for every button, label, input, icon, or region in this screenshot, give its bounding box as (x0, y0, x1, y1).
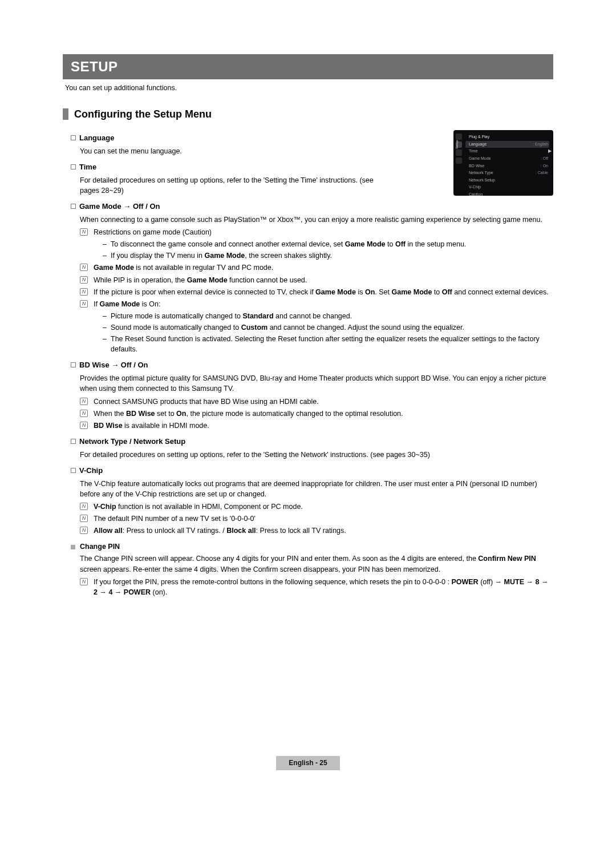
section-title: Configuring the Setup Menu (74, 107, 212, 122)
note-icon: N (80, 288, 88, 296)
page-banner: SETUP (63, 54, 553, 79)
square-bullet-icon (71, 545, 75, 549)
note-game-not-available: NGame Mode is not available in regular T… (80, 262, 553, 273)
checkbox-icon (71, 439, 76, 444)
item-bdwise-title: BD Wise → Off / On (71, 360, 553, 371)
osd-row-language: Language: English (465, 141, 549, 148)
note-bdwise-on: NWhen the BD Wise set to On, the picture… (80, 409, 553, 419)
checkbox-icon (71, 362, 76, 367)
note-vchip-not-available: NV-Chip function is not available in HDM… (80, 502, 553, 512)
note-vchip-allow-block: NAllow all: Press to unlock all TV ratin… (80, 525, 553, 536)
note-bdwise-connect: NConnect SAMSUNG products that have BD W… (80, 397, 553, 407)
item-vchip-title: V-Chip (71, 466, 553, 476)
note-icon: N (80, 422, 88, 429)
checkbox-icon (71, 135, 76, 140)
osd-row-plugplay: Plug & Play (469, 134, 489, 140)
dash-game-picture-standard: –Picture mode is automatically changed t… (103, 311, 553, 321)
sub-changepin-title: Change PIN (71, 541, 553, 552)
note-icon: N (80, 300, 88, 308)
note-icon: N (80, 503, 88, 510)
note-changepin-forget: NIf you forget the PIN, press the remote… (80, 577, 553, 597)
osd-side-label: Setup (455, 135, 460, 149)
item-game-body: When connecting to a game console such a… (80, 215, 553, 225)
item-time-body: For detailed procedures on setting up op… (80, 175, 388, 196)
item-vchip-body: The V-Chip feature automatically locks o… (80, 479, 553, 499)
osd-row-networksetup: Network Setup (465, 177, 549, 184)
note-icon: N (80, 264, 88, 271)
note-icon: N (80, 410, 88, 417)
item-network-body: For detailed procedures on setting up op… (80, 450, 553, 460)
note-icon: N (80, 578, 88, 585)
chevron-right-icon: ▶ (548, 148, 552, 155)
note-icon: N (80, 228, 88, 236)
item-game-title: Game Mode → Off / On (71, 201, 553, 212)
dash-game-reset-sound: –The Reset Sound function is activated. … (103, 334, 553, 354)
note-game-if-on: NIf Game Mode is On: (80, 299, 553, 309)
osd-row-time: Time (465, 148, 549, 155)
note-game-restrictions: NRestrictions on game mode (Caution) (80, 227, 553, 237)
note-icon: N (80, 527, 88, 534)
note-vchip-default-pin: NThe default PIN number of a new TV set … (80, 514, 553, 524)
note-icon: N (80, 398, 88, 405)
checkbox-icon (71, 468, 76, 473)
osd-row-caption: Caption (465, 191, 549, 196)
osd-row-gamemode: Game Mode: Off (465, 155, 549, 162)
page-footer: English - 25 (0, 756, 616, 770)
item-bdwise-body: Provides the optimal picture quality for… (80, 373, 553, 394)
tv-osd-preview: Setup Plug & Play Language: English Time… (453, 130, 553, 196)
intro-text: You can set up additional functions. (65, 83, 553, 93)
sub-changepin-body: The Change PIN screen will appear. Choos… (80, 553, 553, 574)
footer-page-label: English - 25 (276, 756, 339, 770)
note-bdwise-hdmi: NBD Wise is available in HDMI mode. (80, 421, 553, 431)
checkbox-icon (71, 164, 76, 169)
section-heading: Configuring the Setup Menu (63, 107, 553, 122)
note-icon: N (80, 276, 88, 284)
note-game-pip: NWhile PIP is in operation, the Game Mod… (80, 275, 553, 285)
dash-game-menu-shake: –If you display the TV menu in Game Mode… (103, 250, 553, 261)
osd-row-bdwise: BD Wise: On (465, 163, 549, 169)
note-game-picture-poor: NIf the picture is poor when external de… (80, 287, 553, 297)
note-icon: N (80, 515, 88, 522)
section-bar-icon (63, 108, 68, 120)
osd-row-networktype: Network Type: Cable (465, 169, 549, 176)
dash-game-disconnect: –To disconnect the game console and conn… (103, 239, 553, 249)
osd-row-vchip: V-Chip (465, 184, 549, 191)
checkbox-icon (71, 204, 76, 209)
dash-game-sound-custom: –Sound mode is automatically changed to … (103, 322, 553, 333)
item-network-title: Network Type / Network Setup (71, 436, 553, 447)
